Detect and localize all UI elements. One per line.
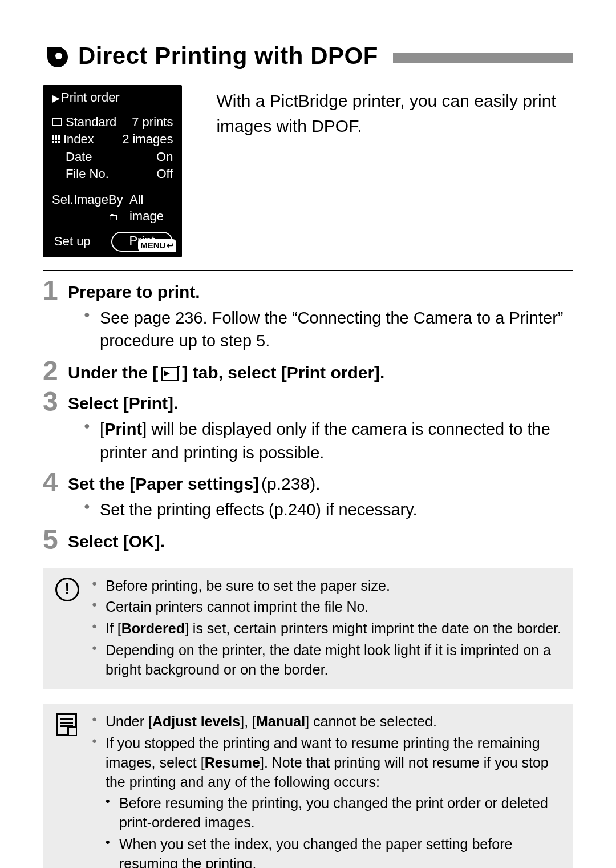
note-icon [55,713,78,741]
step-number: 5 [43,526,62,554]
lcd-row-standard: Standard 7 prints [52,114,173,131]
lcd-tabs: Sel.Image By🗀 All image [44,188,181,228]
text: ] will be displayed only if the camera i… [100,420,550,462]
text: ] cannot be selected. [305,713,437,729]
step-number: 1 [43,277,62,304]
horizontal-rule [43,270,573,271]
note-box: Under [Adjust levels], [Manual] cannot b… [43,704,573,868]
text: ], [ [240,713,256,729]
caution-item: Certain printers cannot imprint the file… [92,597,563,617]
lcd-title-text: Print order [61,90,120,104]
step-heading: Under the [ ] tab, select [Print order]. [68,363,573,382]
lcd-title: ▶Print order [44,88,181,110]
note-item: Under [Adjust levels], [Manual] cannot b… [92,712,563,732]
step-bullet: See page 236. Follow the “Connecting the… [84,306,573,353]
step-bullet: [Print] will be displayed only if the ca… [84,418,573,464]
step-bullet: Set the printing effects (p.240) if nece… [84,498,573,522]
lcd-label: Index [63,131,94,148]
bold-text: Resume [205,754,260,770]
step-text: (p.238). [261,474,320,494]
lcd-menu-back: MENU↩ [138,239,176,252]
text: Under [ [106,713,152,729]
caution-icon: ! [55,578,78,601]
lcd-tab-all-image: All image [129,192,173,224]
section-title-row: Direct Printing with DPOF [43,40,573,71]
step-1: 1 Prepare to print. See page 236. Follow… [43,277,573,354]
bold-text: Manual [256,713,305,729]
lcd-row-date: Date On [52,148,173,166]
camera-lcd-screen: ▶Print order Standard 7 prints Index 2 i… [43,85,182,257]
note-item: If you stopped the printing and want to … [92,734,563,868]
lcd-value: 7 prints [132,114,173,131]
step-number: 2 [43,357,62,385]
step-5: 5 Select [OK]. [43,526,573,554]
step-4: 4 Set the [Paper settings] (p.238). Set … [43,469,573,523]
bold-text: Print [104,420,142,438]
note-subitem: When you set the index, you changed the … [106,835,563,868]
dpof-small-icon: ▶ [52,92,60,104]
lcd-value: Off [156,166,173,183]
bold-text: Bordered [121,620,185,636]
intro-paragraph: With a PictBridge printer, you can easil… [216,85,573,138]
step-heading: Prepare to print. [68,282,573,302]
undo-icon: ↩ [167,240,174,251]
lcd-bottom-row: Set up Print MENU↩ [44,228,181,256]
text: [ [100,420,104,438]
manual-page: Direct Printing with DPOF ▶Print order S… [0,0,616,868]
steps-list: 1 Prepare to print. See page 236. Follow… [43,277,573,554]
step-heading: Set the [Paper settings] (p.238). [68,474,573,494]
lcd-row-fileno: File No. Off [52,165,173,183]
intro-region: ▶Print order Standard 7 prints Index 2 i… [43,85,573,257]
lcd-label: Standard [66,114,116,131]
lcd-tab-by-folder: By🗀 [108,192,129,224]
lcd-tab-by-label: By [108,192,123,207]
text: ] is set, certain printers might imprint… [185,620,561,636]
step-number: 4 [43,469,62,496]
lcd-menu-label: MENU [140,240,165,251]
step-2: 2 Under the [ ] tab, select [Print order… [43,357,573,385]
svg-point-0 [55,53,62,59]
section-title: Direct Printing with DPOF [78,42,378,70]
bold-text: Adjust levels [152,713,240,729]
lcd-label: File No. [52,166,109,183]
standard-icon [52,118,62,126]
step-text: ] tab, select [Print order]. [182,363,384,382]
lcd-value: On [156,149,173,165]
folder-icon: 🗀 [108,211,119,223]
step-heading: Select [Print]. [68,394,573,413]
lcd-settings-block: Standard 7 prints Index 2 images Date On… [44,110,181,188]
caution-item: If [Bordered] is set, certain printers m… [92,619,563,639]
step-text: Set the [Paper settings] [68,474,259,494]
caution-box: ! Before printing, be sure to set the pa… [43,568,573,690]
note-subitem: Before resuming the printing, you change… [106,794,563,833]
step-text: Under the [ [68,363,158,382]
index-icon [52,135,60,143]
lcd-row-index: Index 2 images [52,131,173,148]
caution-item: Depending on the printer, the date might… [92,641,563,680]
text: If [ [106,620,121,636]
step-number: 3 [43,388,62,415]
step-heading: Select [OK]. [68,532,573,551]
lcd-tab-sel-image: Sel.Image [52,192,108,224]
lcd-label: Date [52,149,92,165]
step-3: 3 Select [Print]. [Print] will be displa… [43,388,573,465]
playback-tab-icon [161,367,179,381]
dpof-icon [43,40,70,71]
caution-item: Before printing, be sure to set the pape… [92,576,563,596]
lcd-setup-label: Set up [44,233,111,250]
lcd-value: 2 images [122,131,173,148]
title-rule-bar [393,53,573,63]
